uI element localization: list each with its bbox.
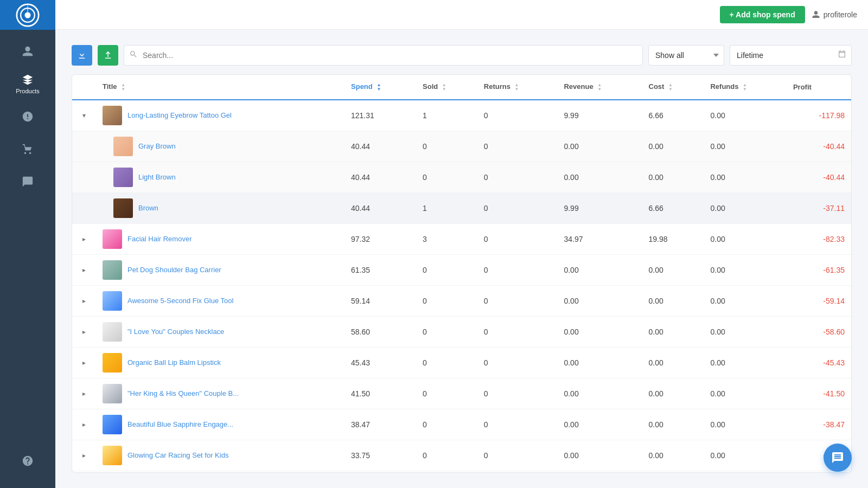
expand-button[interactable]: ▸: [79, 265, 90, 275]
search-input[interactable]: [124, 45, 643, 66]
product-title: Awesome 5-Second Fix Glue Tool: [127, 297, 233, 305]
cell-sold: 0: [416, 316, 477, 347]
cell-spend: 33.75: [344, 440, 416, 471]
cell-refunds: 0.00: [704, 316, 786, 347]
cell-profit: -61.35: [787, 254, 851, 285]
upload-button[interactable]: [98, 45, 118, 66]
cell-spend: 45.43: [344, 347, 416, 378]
products-table-container: Title ▲▼ Spend ▲▼ Sold ▲▼ Returns: [72, 74, 852, 473]
expand-button[interactable]: ▸: [79, 296, 90, 306]
cell-returns: 0: [477, 316, 558, 347]
child-cell-profit: -40.44: [787, 162, 851, 192]
sort-title: ▲▼: [121, 83, 125, 92]
table-row: ▸Facial Hair Remover97.323034.9719.980.0…: [72, 223, 851, 254]
col-refunds[interactable]: Refunds ▲▼: [704, 75, 786, 100]
top-header: + Add shop spend profiterole: [55, 0, 868, 30]
cell-cost: 0.00: [642, 409, 704, 440]
sidebar-item-products[interactable]: Products: [0, 68, 55, 100]
child-cell-profit: -37.11: [787, 192, 851, 223]
sort-revenue: ▲▼: [597, 83, 602, 92]
user-menu[interactable]: profiterole: [812, 10, 857, 19]
page-content: Show all Active Inactive Titl: [55, 30, 868, 488]
show-all-select[interactable]: Show all Active Inactive: [648, 45, 724, 66]
cell-refunds: 0.00: [704, 223, 786, 254]
cell-returns: 0: [477, 285, 558, 316]
product-title: Facial Hair Remover: [127, 235, 192, 243]
sidebar-item-finance[interactable]: [0, 100, 55, 133]
cell-cost: 0.00: [642, 378, 704, 409]
cell-cost: 0.00: [642, 316, 704, 347]
col-returns[interactable]: Returns ▲▼: [477, 75, 558, 100]
cell-cost: 6.66: [642, 100, 704, 131]
product-title: Beautiful Blue Sapphire Engage...: [127, 420, 233, 428]
child-cell-spend: 40.44: [344, 192, 416, 223]
cell-spend: 61.35: [344, 254, 416, 285]
expand-button[interactable]: ▸: [79, 357, 90, 368]
user-name: profiterole: [824, 10, 857, 19]
expand-button[interactable]: ▸: [79, 234, 90, 245]
chat-button[interactable]: [824, 444, 852, 472]
cell-returns: 0: [477, 440, 558, 471]
download-icon: [77, 50, 87, 60]
col-profit[interactable]: Profit: [787, 75, 851, 100]
col-revenue[interactable]: Revenue ▲▼: [557, 75, 642, 100]
cell-profit: -82.33: [787, 223, 851, 254]
download-button[interactable]: [72, 45, 92, 66]
child-cell-spend: 40.44: [344, 162, 416, 192]
table-row-child: Gray Brown40.44000.000.000.00-40.44: [72, 131, 851, 162]
search-wrap: [124, 45, 643, 66]
sidebar-bottom: [22, 445, 34, 488]
sidebar-item-profile[interactable]: [0, 35, 55, 68]
child-cell-revenue: 9.99: [557, 192, 642, 223]
child-cell-refunds: 0.00: [704, 131, 786, 162]
table-row-child: Light Brown40.44000.000.000.00-40.44: [72, 162, 851, 192]
sidebar-item-help[interactable]: [22, 445, 34, 477]
expand-button[interactable]: ▸: [79, 388, 90, 399]
product-title: "I Love You" Couples Necklace: [127, 328, 224, 336]
col-spend[interactable]: Spend ▲▼: [344, 75, 416, 100]
cell-revenue: 0.00: [557, 285, 642, 316]
search-icon: [129, 50, 138, 61]
product-title: Glowing Car Racing Set for Kids: [127, 451, 228, 459]
sort-cost: ▲▼: [668, 83, 673, 92]
cell-refunds: 0.00: [704, 378, 786, 409]
product-title: Organic Ball Lip Balm Lipstick: [127, 358, 221, 367]
table-body: ▾Long-Lasting Eyebrow Tattoo Gel121.3110…: [72, 100, 851, 471]
add-spend-button[interactable]: + Add shop spend: [720, 6, 805, 23]
cell-cost: 0.00: [642, 440, 704, 471]
expand-button[interactable]: ▸: [79, 326, 90, 337]
col-sold[interactable]: Sold ▲▼: [416, 75, 477, 100]
cell-profit: -45.43: [787, 347, 851, 378]
cell-spend: 41.50: [344, 378, 416, 409]
product-title: Pet Dog Shoulder Bag Carrier: [127, 266, 221, 274]
cell-sold: 3: [416, 223, 477, 254]
sort-returns: ▲▼: [515, 83, 519, 92]
cell-cost: 19.98: [642, 223, 704, 254]
cell-refunds: 0.00: [704, 440, 786, 471]
child-cell-cost: 6.66: [642, 192, 704, 223]
cell-revenue: 0.00: [557, 440, 642, 471]
expand-button[interactable]: ▾: [79, 110, 90, 121]
date-input[interactable]: [730, 45, 852, 66]
expand-button[interactable]: ▸: [79, 419, 90, 430]
cell-revenue: 9.99: [557, 100, 642, 131]
chat-icon: [831, 451, 844, 464]
cell-sold: 0: [416, 440, 477, 471]
child-cell-sold: 1: [416, 192, 477, 223]
product-title: "Her King & His Queen" Couple B...: [127, 389, 239, 397]
show-all-select-wrap: Show all Active Inactive: [648, 45, 724, 66]
col-cost[interactable]: Cost ▲▼: [642, 75, 704, 100]
app-logo[interactable]: [0, 0, 55, 30]
table-row: ▾Long-Lasting Eyebrow Tattoo Gel121.3110…: [72, 100, 851, 131]
cell-profit: -41.50: [787, 378, 851, 409]
add-spend-label: + Add shop spend: [730, 10, 795, 19]
col-title[interactable]: Title ▲▼: [96, 75, 344, 100]
cell-cost: 0.00: [642, 347, 704, 378]
sidebar-item-orders[interactable]: [0, 133, 55, 165]
sidebar-item-marketing[interactable]: [0, 165, 55, 198]
cell-sold: 1: [416, 100, 477, 131]
expand-button[interactable]: ▸: [79, 450, 90, 461]
table-row: ▸Awesome 5-Second Fix Glue Tool59.14000.…: [72, 285, 851, 316]
sidebar-products-label: Products: [16, 88, 39, 94]
cell-spend: 59.14: [344, 285, 416, 316]
